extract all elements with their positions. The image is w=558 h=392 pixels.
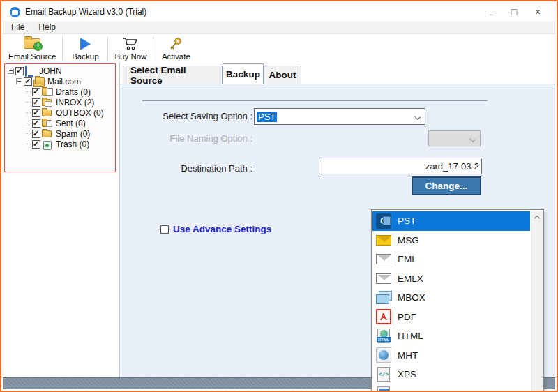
folder-icon <box>42 129 53 138</box>
app-window: Email Backup Wizard v3.0 (Trial) – □ × F… <box>0 0 558 392</box>
tree-item-trash[interactable]: Trash (0) <box>5 139 115 149</box>
account-checkbox[interactable] <box>24 77 32 86</box>
collapse-icon[interactable] <box>8 68 14 74</box>
email-source-label: Email Source <box>8 52 56 61</box>
backup-toolbar-label: Backup <box>72 52 98 61</box>
menu-help[interactable]: Help <box>31 21 63 33</box>
activate-button[interactable]: Activate <box>154 34 197 63</box>
saving-option-combobox[interactable]: PST <box>254 108 425 125</box>
maximize-button[interactable]: □ <box>502 3 526 21</box>
tree-item-drafts[interactable]: Drafts (0) <box>5 86 115 97</box>
folder-add-icon <box>24 38 40 49</box>
mht-icon <box>376 347 391 363</box>
xps-icon: </> <box>376 367 391 382</box>
dropdown-vertical-scrollbar[interactable] <box>531 211 543 392</box>
dropdown-item-emlx[interactable]: EMLX <box>372 269 530 289</box>
advance-settings-label: Use Advance Settings <box>173 224 271 234</box>
dropdown-item-rtf[interactable]: RTF RTF <box>372 384 530 392</box>
tree-connector <box>26 91 31 92</box>
rtf-icon: RTF <box>376 386 391 392</box>
tree-inbox-label: INBOX (2) <box>56 98 94 107</box>
advance-settings-checkbox[interactable] <box>160 225 169 234</box>
destination-path-input[interactable] <box>319 158 482 174</box>
tab-select-email-source[interactable]: Select Email Source <box>123 66 223 84</box>
tree-item-account[interactable]: Mail.com <box>5 76 115 86</box>
computer-icon <box>25 66 36 75</box>
folder-icon <box>42 108 53 117</box>
email-source-button[interactable]: Email Source <box>3 34 61 63</box>
toolbar: Email Source Backup Buy Now Activate <box>3 34 555 63</box>
dropdown-item-label: PDF <box>398 312 416 322</box>
tree-connector <box>26 102 31 103</box>
folder-tree-panel: JOHN Mail.com Drafts (0) <box>3 63 120 377</box>
buy-now-button[interactable]: Buy Now <box>109 34 152 63</box>
saving-option-label: Select Saving Option : <box>148 111 252 121</box>
advance-settings-row[interactable]: Use Advance Settings <box>159 224 271 234</box>
title-bar: Email Backup Wizard v3.0 (Trial) – □ × <box>3 3 555 21</box>
dropdown-item-html[interactable]: HTML HTML <box>372 326 530 346</box>
saving-option-value: PST <box>257 112 277 122</box>
tree-connector <box>26 123 31 123</box>
sent-checkbox[interactable] <box>32 119 40 128</box>
dropdown-item-mht[interactable]: MHT <box>372 346 530 365</box>
backup-toolbar-button[interactable]: Backup <box>63 34 107 63</box>
tree-root-label: JOHN <box>39 66 62 76</box>
dropdown-item-pst[interactable]: O PST <box>372 211 530 231</box>
dropdown-item-eml[interactable]: EML <box>372 250 530 269</box>
root-checkbox[interactable] <box>15 67 24 75</box>
inbox-folder-icon <box>42 98 53 107</box>
tree-connector <box>26 112 31 113</box>
dropdown-item-xps[interactable]: </> XPS <box>372 365 530 384</box>
drafts-checkbox[interactable] <box>32 88 40 96</box>
minimize-button[interactable]: – <box>478 3 502 21</box>
dropdown-item-label: XPS <box>398 369 416 379</box>
inbox-checkbox[interactable] <box>32 98 40 107</box>
dropdown-item-label: EMLX <box>398 273 423 284</box>
toolbar-separator <box>153 36 153 61</box>
destination-path-label: Destination Path : <box>148 163 252 174</box>
dropdown-item-label: HTML <box>398 331 423 341</box>
body-area: JOHN Mail.com Drafts (0) <box>3 63 555 377</box>
dropdown-item-pdf[interactable]: PDF <box>372 308 530 327</box>
dropdown-item-label: RTF <box>398 389 416 392</box>
dropdown-item-label: MBOX <box>398 292 425 303</box>
file-naming-option-label: File Naming Option : <box>148 133 252 144</box>
dropdown-item-label: MHT <box>398 350 418 361</box>
menu-file[interactable]: File <box>3 21 31 33</box>
tree-item-outbox[interactable]: OUTBOX (0) <box>5 107 115 118</box>
change-path-button[interactable]: Change... <box>412 176 481 195</box>
tree-sent-label: Sent (0) <box>56 119 86 128</box>
tree-item-sent[interactable]: Sent (0) <box>5 118 115 128</box>
tree-item-inbox[interactable]: INBOX (2) <box>5 97 115 107</box>
key-icon <box>168 37 183 51</box>
close-button[interactable]: × <box>526 3 550 21</box>
spam-checkbox[interactable] <box>32 130 40 138</box>
dropdown-item-label: MSG <box>398 235 419 246</box>
cart-icon <box>122 37 139 51</box>
pst-icon: O <box>376 213 391 229</box>
window-title: Email Backup Wizard v3.0 (Trial) <box>25 7 146 17</box>
tree-connector <box>26 133 31 134</box>
tree-item-spam[interactable]: Spam (0) <box>5 128 115 139</box>
saving-option-dropdown: O PST MSG EML EMLX <box>371 209 544 392</box>
tree-outbox-label: OUTBOX (0) <box>56 108 104 118</box>
eml-icon <box>376 252 391 267</box>
tree-spam-label: Spam (0) <box>56 129 90 139</box>
dropdown-item-msg[interactable]: MSG <box>372 231 530 250</box>
tree-item-root[interactable]: JOHN <box>5 66 115 76</box>
tab-about[interactable]: About <box>264 66 301 84</box>
app-logo-icon <box>10 7 20 17</box>
scroll-up-icon[interactable] <box>531 211 543 223</box>
folder-tree: JOHN Mail.com Drafts (0) <box>4 63 116 172</box>
backup-tab-content: Select Saving Option : PST File Naming O… <box>120 84 555 377</box>
dropdown-item-label: PST <box>398 216 416 226</box>
play-icon <box>80 38 91 50</box>
mbox-icon <box>376 290 391 306</box>
tree-connector <box>26 144 31 144</box>
trash-checkbox[interactable] <box>32 140 40 149</box>
outbox-checkbox[interactable] <box>32 109 40 117</box>
toolbar-separator <box>107 36 108 61</box>
tab-backup[interactable]: Backup <box>223 63 264 84</box>
dropdown-item-mbox[interactable]: MBOX <box>372 288 530 308</box>
collapse-icon[interactable] <box>16 78 22 84</box>
